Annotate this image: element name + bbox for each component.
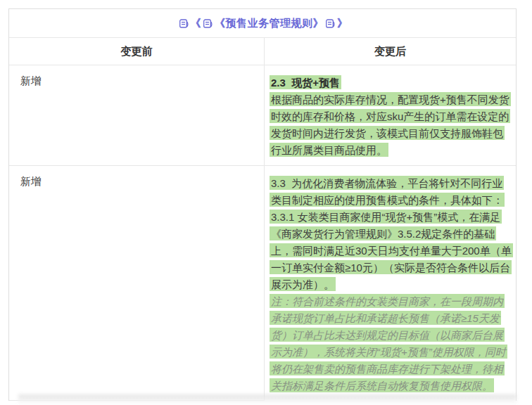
before-cell: 新增	[9, 65, 265, 165]
page: 《 《预售业务管理规则》 》 变更前 变更后 新	[0, 0, 532, 405]
table-header-row: 变更前 变更后	[9, 38, 516, 65]
document-title[interactable]: 《 《预售业务管理规则》 》	[9, 9, 516, 38]
after-cell: 2.3 现货+预售 根据商品的实际库存情况，配置现货+预售不同发货时效的库存和价…	[265, 65, 516, 165]
added-paragraph: 根据商品的实际库存情况，配置现货+预售不同发货时效的库存和价格，对应sku产生的…	[270, 91, 512, 158]
added-paragraph: 3.3 为优化消费者物流体验，平台将针对不同行业类目制定相应的使用预售模式的条件…	[270, 174, 512, 208]
title-text: 《预售业务管理规则》	[215, 17, 324, 30]
column-header-before: 变更前	[9, 38, 265, 65]
document-icon	[203, 18, 213, 29]
section-heading: 2.3 现货+预售	[270, 74, 512, 91]
document-icon	[325, 18, 336, 29]
column-header-after: 变更后	[265, 38, 516, 65]
added-note: 注：符合前述条件的女装类目商家，在一段周期内承诺现货订单占比和承诺超长预售（承诺…	[270, 292, 512, 394]
title-text: 《	[191, 17, 202, 30]
after-cell: 3.3 为优化消费者物流体验，平台将针对不同行业类目制定相应的使用预售模式的条件…	[265, 166, 516, 401]
table-row: 新增 3.3 为优化消费者物流体验，平台将针对不同行业类目制定相应的使用预售模式…	[9, 166, 516, 401]
title-text: 》	[337, 17, 348, 30]
document-icon	[179, 18, 189, 29]
change-comparison-table: 《 《预售业务管理规则》 》 变更前 变更后 新	[8, 8, 517, 401]
before-cell: 新增	[9, 166, 265, 401]
table-row: 新增 2.3 现货+预售 根据商品的实际库存情况，配置现货+预售不同发货时效的库…	[9, 65, 516, 166]
added-paragraph: 3.3.1 女装类目商家使用“现货+预售”模式，在满足《商家发货行为管理规则》3…	[270, 208, 512, 292]
